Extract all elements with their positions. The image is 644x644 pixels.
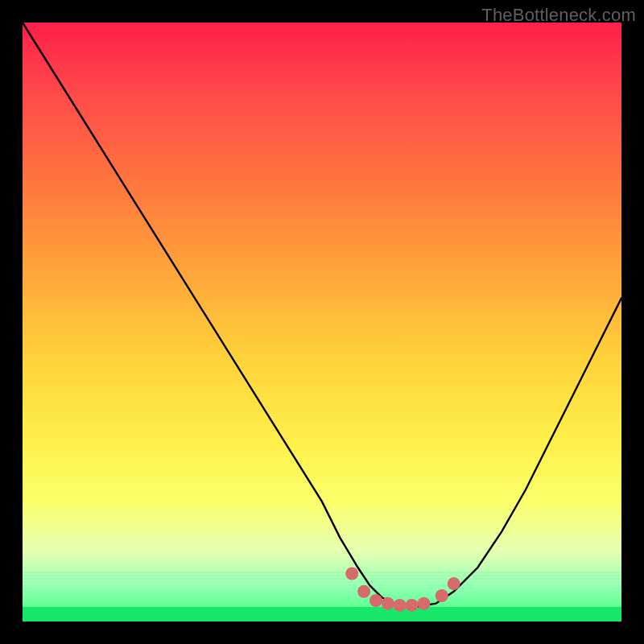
chart-frame: TheBottleneck.com: [0, 0, 644, 644]
curve-marker: [394, 599, 407, 612]
curve-marker: [369, 594, 382, 607]
curve-marker: [357, 585, 370, 598]
curve-marker: [382, 597, 394, 610]
curve-marker: [436, 589, 448, 602]
curve-marker: [448, 577, 460, 590]
curve-svg: [23, 23, 621, 621]
bottleneck-curve: [23, 23, 621, 606]
curve-marker: [406, 599, 419, 612]
curve-marker: [345, 568, 358, 580]
curve-marker: [418, 597, 431, 610]
plot-area: [23, 23, 621, 621]
